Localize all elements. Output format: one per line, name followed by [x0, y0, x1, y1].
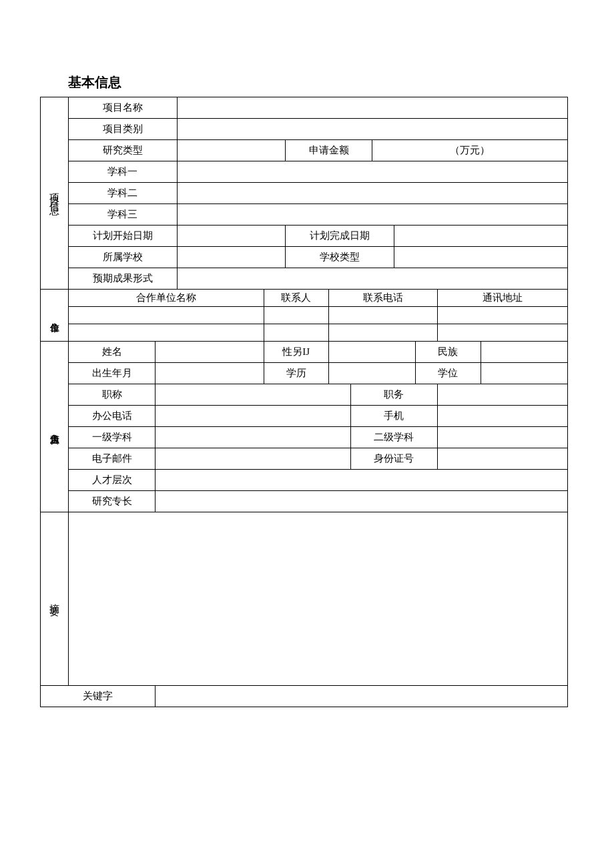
- value-coop-address-0[interactable]: [437, 307, 567, 324]
- value-id[interactable]: [437, 448, 567, 470]
- label-apply-amount: 申请金额: [286, 140, 372, 161]
- value-person-subject1[interactable]: [156, 427, 351, 448]
- section-abstract: 摘要: [41, 512, 69, 686]
- value-person-name[interactable]: [156, 342, 264, 363]
- section-coop: 合作单位: [41, 290, 69, 342]
- value-office-phone[interactable]: [156, 406, 351, 427]
- page-title: 基本信息: [68, 73, 574, 91]
- value-person-subject2[interactable]: [437, 427, 567, 448]
- value-coop-contact-1[interactable]: [264, 324, 329, 342]
- label-talent: 人才层次: [69, 470, 156, 491]
- value-person-gender[interactable]: [329, 342, 416, 363]
- label-coop-phone: 联系电话: [329, 290, 438, 307]
- value-specialty[interactable]: [156, 491, 568, 512]
- value-talent[interactable]: [156, 470, 568, 491]
- value-subject3[interactable]: [177, 204, 567, 226]
- label-plan-start: 计划开始日期: [69, 226, 178, 247]
- label-subject1: 学科一: [69, 161, 178, 183]
- form-table: 项目信息 项目名称 项目类别 研究类型 申请金额 （万元） 学科一 学科二 学科…: [40, 97, 568, 707]
- label-plan-end: 计划完成日期: [286, 226, 394, 247]
- value-expected-result[interactable]: [177, 268, 567, 290]
- value-person-birth[interactable]: [156, 363, 264, 384]
- label-project-name: 项目名称: [69, 97, 178, 119]
- label-coop-address: 通讯地址: [437, 290, 567, 307]
- label-email: 电子邮件: [69, 448, 156, 470]
- value-apply-amount[interactable]: （万元）: [372, 140, 568, 161]
- value-person-edu[interactable]: [329, 363, 416, 384]
- label-person-birth: 出生年月: [69, 363, 156, 384]
- value-school[interactable]: [177, 247, 286, 268]
- label-research-type: 研究类型: [69, 140, 178, 161]
- value-person-degree[interactable]: [481, 363, 567, 384]
- value-subject1[interactable]: [177, 161, 567, 183]
- label-specialty: 研究专长: [69, 491, 156, 512]
- label-subject3: 学科三: [69, 204, 178, 226]
- value-keywords[interactable]: [156, 686, 568, 707]
- value-mobile[interactable]: [437, 406, 567, 427]
- value-plan-end[interactable]: [394, 226, 567, 247]
- label-person-edu: 学历: [264, 363, 329, 384]
- label-person-name: 姓名: [69, 342, 156, 363]
- label-person-degree: 学位: [416, 363, 481, 384]
- label-person-ethnic: 民族: [416, 342, 481, 363]
- value-coop-address-1[interactable]: [437, 324, 567, 342]
- label-office-phone: 办公电话: [69, 406, 156, 427]
- label-subject2: 学科二: [69, 183, 178, 204]
- label-school: 所属学校: [69, 247, 178, 268]
- value-research-type[interactable]: [177, 140, 286, 161]
- label-person-subject2: 二级学科: [350, 427, 437, 448]
- value-person-ethnic[interactable]: [481, 342, 567, 363]
- value-person-duty[interactable]: [437, 384, 567, 406]
- value-coop-unit-0[interactable]: [69, 307, 264, 324]
- label-person-title: 职称: [69, 384, 156, 406]
- label-id: 身份证号: [350, 448, 437, 470]
- label-school-type: 学校类型: [286, 247, 394, 268]
- value-coop-phone-1[interactable]: [329, 324, 438, 342]
- value-abstract[interactable]: [69, 512, 568, 686]
- value-email[interactable]: [156, 448, 351, 470]
- value-coop-unit-1[interactable]: [69, 324, 264, 342]
- section-project: 项目信息: [41, 97, 69, 290]
- value-plan-start[interactable]: [177, 226, 286, 247]
- label-keywords: 关键字: [41, 686, 156, 707]
- label-expected-result: 预期成果形式: [69, 268, 178, 290]
- label-person-duty: 职务: [350, 384, 437, 406]
- value-person-title[interactable]: [156, 384, 351, 406]
- label-coop-unit: 合作单位名称: [69, 290, 264, 307]
- label-project-category: 项目类别: [69, 119, 178, 140]
- label-person-gender: 性另IJ: [264, 342, 329, 363]
- section-person: 负责人信息: [41, 342, 69, 512]
- label-coop-contact: 联系人: [264, 290, 329, 307]
- value-project-name[interactable]: [177, 97, 567, 119]
- value-coop-phone-0[interactable]: [329, 307, 438, 324]
- value-coop-contact-0[interactable]: [264, 307, 329, 324]
- label-mobile: 手机: [350, 406, 437, 427]
- label-person-subject1: 一级学科: [69, 427, 156, 448]
- value-project-category[interactable]: [177, 119, 567, 140]
- value-subject2[interactable]: [177, 183, 567, 204]
- value-school-type[interactable]: [394, 247, 567, 268]
